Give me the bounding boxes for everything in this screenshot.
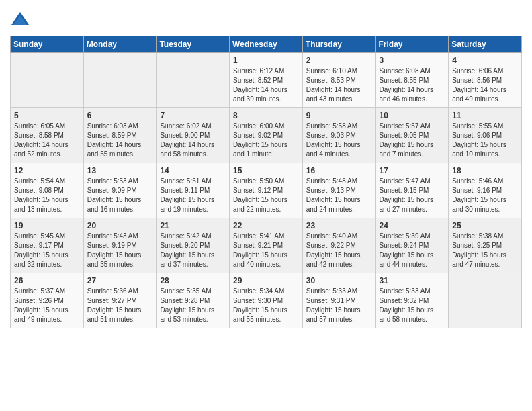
day-number: 28: [160, 276, 226, 285]
day-number: 13: [87, 166, 153, 175]
day-info: Sunrise: 5:50 AM Sunset: 9:12 PM Dayligh…: [233, 177, 299, 214]
day-number: 15: [233, 166, 299, 175]
day-cell: 1Sunrise: 6:12 AM Sunset: 8:52 PM Daylig…: [230, 53, 303, 108]
day-number: 30: [306, 276, 372, 285]
day-info: Sunrise: 5:48 AM Sunset: 9:13 PM Dayligh…: [306, 177, 372, 214]
day-info: Sunrise: 5:37 AM Sunset: 9:26 PM Dayligh…: [14, 287, 80, 324]
day-number: 19: [14, 221, 80, 230]
day-info: Sunrise: 5:54 AM Sunset: 9:08 PM Dayligh…: [14, 177, 80, 214]
day-cell: 14Sunrise: 5:51 AM Sunset: 9:11 PM Dayli…: [157, 163, 230, 218]
day-cell: 3Sunrise: 6:08 AM Sunset: 8:55 PM Daylig…: [375, 53, 449, 108]
day-header-sunday: Sunday: [11, 36, 84, 53]
day-info: Sunrise: 6:06 AM Sunset: 8:56 PM Dayligh…: [452, 66, 518, 104]
day-number: 12: [14, 166, 80, 175]
day-number: 18: [452, 166, 518, 175]
day-header-saturday: Saturday: [449, 36, 522, 53]
day-cell: [11, 53, 84, 108]
day-cell: 28Sunrise: 5:35 AM Sunset: 9:28 PM Dayli…: [157, 273, 230, 328]
day-number: 16: [306, 166, 372, 175]
day-number: 23: [306, 221, 372, 230]
day-info: Sunrise: 6:12 AM Sunset: 8:52 PM Dayligh…: [233, 66, 299, 104]
day-cell: 10Sunrise: 5:57 AM Sunset: 9:05 PM Dayli…: [375, 108, 449, 163]
day-number: 8: [233, 111, 299, 120]
day-cell: 22Sunrise: 5:41 AM Sunset: 9:21 PM Dayli…: [230, 218, 303, 273]
day-number: 29: [233, 276, 299, 285]
week-row-2: 5Sunrise: 6:05 AM Sunset: 8:58 PM Daylig…: [11, 108, 522, 163]
day-number: 9: [306, 111, 372, 120]
day-cell: 9Sunrise: 5:58 AM Sunset: 9:03 PM Daylig…: [302, 108, 375, 163]
day-info: Sunrise: 5:40 AM Sunset: 9:22 PM Dayligh…: [306, 232, 372, 269]
day-info: Sunrise: 6:02 AM Sunset: 9:00 PM Dayligh…: [160, 122, 226, 159]
day-info: Sunrise: 5:33 AM Sunset: 9:32 PM Dayligh…: [380, 287, 445, 324]
day-header-friday: Friday: [375, 36, 449, 53]
day-cell: 30Sunrise: 5:33 AM Sunset: 9:31 PM Dayli…: [302, 273, 375, 328]
day-header-wednesday: Wednesday: [230, 36, 303, 53]
day-cell: 7Sunrise: 6:02 AM Sunset: 9:00 PM Daylig…: [157, 108, 230, 163]
day-number: 10: [380, 111, 445, 120]
week-row-4: 19Sunrise: 5:45 AM Sunset: 9:17 PM Dayli…: [11, 218, 522, 273]
day-number: 20: [87, 221, 153, 230]
day-header-monday: Monday: [83, 36, 157, 53]
day-cell: 5Sunrise: 6:05 AM Sunset: 8:58 PM Daylig…: [11, 108, 84, 163]
day-cell: 27Sunrise: 5:36 AM Sunset: 9:27 PM Dayli…: [83, 273, 157, 328]
day-cell: 4Sunrise: 6:06 AM Sunset: 8:56 PM Daylig…: [449, 53, 522, 108]
day-info: Sunrise: 6:05 AM Sunset: 8:58 PM Dayligh…: [14, 122, 80, 159]
day-cell: 23Sunrise: 5:40 AM Sunset: 9:22 PM Dayli…: [302, 218, 375, 273]
day-cell: [157, 53, 230, 108]
week-row-5: 26Sunrise: 5:37 AM Sunset: 9:26 PM Dayli…: [11, 273, 522, 328]
page: SundayMondayTuesdayWednesdayThursdayFrid…: [0, 0, 532, 338]
day-cell: 12Sunrise: 5:54 AM Sunset: 9:08 PM Dayli…: [11, 163, 84, 218]
day-cell: [83, 53, 157, 108]
day-cell: 13Sunrise: 5:53 AM Sunset: 9:09 PM Dayli…: [83, 163, 157, 218]
logo: [10, 10, 33, 30]
day-cell: 31Sunrise: 5:33 AM Sunset: 9:32 PM Dayli…: [375, 273, 449, 328]
day-info: Sunrise: 5:43 AM Sunset: 9:19 PM Dayligh…: [87, 232, 153, 269]
day-number: 11: [452, 111, 518, 120]
day-cell: 8Sunrise: 6:00 AM Sunset: 9:02 PM Daylig…: [230, 108, 303, 163]
day-cell: 25Sunrise: 5:38 AM Sunset: 9:25 PM Dayli…: [449, 218, 522, 273]
day-info: Sunrise: 6:08 AM Sunset: 8:55 PM Dayligh…: [380, 66, 445, 104]
day-number: 31: [380, 276, 445, 285]
day-info: Sunrise: 5:58 AM Sunset: 9:03 PM Dayligh…: [306, 122, 372, 159]
day-info: Sunrise: 6:03 AM Sunset: 8:59 PM Dayligh…: [87, 122, 153, 159]
day-cell: 29Sunrise: 5:34 AM Sunset: 9:30 PM Dayli…: [230, 273, 303, 328]
day-info: Sunrise: 5:45 AM Sunset: 9:17 PM Dayligh…: [14, 232, 80, 269]
day-info: Sunrise: 5:34 AM Sunset: 9:30 PM Dayligh…: [233, 287, 299, 324]
day-cell: 24Sunrise: 5:39 AM Sunset: 9:24 PM Dayli…: [375, 218, 449, 273]
day-info: Sunrise: 5:42 AM Sunset: 9:20 PM Dayligh…: [160, 232, 226, 269]
day-cell: 6Sunrise: 6:03 AM Sunset: 8:59 PM Daylig…: [83, 108, 157, 163]
day-number: 4: [452, 56, 518, 65]
day-info: Sunrise: 5:33 AM Sunset: 9:31 PM Dayligh…: [306, 287, 372, 324]
day-info: Sunrise: 5:36 AM Sunset: 9:27 PM Dayligh…: [87, 287, 153, 324]
day-cell: 2Sunrise: 6:10 AM Sunset: 8:53 PM Daylig…: [302, 53, 375, 108]
day-info: Sunrise: 5:38 AM Sunset: 9:25 PM Dayligh…: [452, 232, 518, 269]
day-cell: 17Sunrise: 5:47 AM Sunset: 9:15 PM Dayli…: [375, 163, 449, 218]
day-info: Sunrise: 5:47 AM Sunset: 9:15 PM Dayligh…: [380, 177, 445, 214]
day-cell: [449, 273, 522, 328]
day-info: Sunrise: 5:39 AM Sunset: 9:24 PM Dayligh…: [380, 232, 445, 269]
day-number: 21: [160, 221, 226, 230]
day-cell: 18Sunrise: 5:46 AM Sunset: 9:16 PM Dayli…: [449, 163, 522, 218]
day-cell: 21Sunrise: 5:42 AM Sunset: 9:20 PM Dayli…: [157, 218, 230, 273]
day-number: 2: [306, 56, 372, 65]
day-cell: 16Sunrise: 5:48 AM Sunset: 9:13 PM Dayli…: [302, 163, 375, 218]
day-number: 24: [380, 221, 445, 230]
day-number: 22: [233, 221, 299, 230]
day-number: 3: [380, 56, 445, 65]
calendar-table: SundayMondayTuesdayWednesdayThursdayFrid…: [10, 36, 522, 328]
day-info: Sunrise: 5:55 AM Sunset: 9:06 PM Dayligh…: [452, 122, 518, 159]
day-number: 25: [452, 221, 518, 230]
day-number: 17: [380, 166, 445, 175]
header: [10, 7, 522, 30]
day-number: 5: [14, 111, 80, 120]
day-info: Sunrise: 5:35 AM Sunset: 9:28 PM Dayligh…: [160, 287, 226, 324]
day-info: Sunrise: 5:41 AM Sunset: 9:21 PM Dayligh…: [233, 232, 299, 269]
day-number: 26: [14, 276, 80, 285]
day-cell: 15Sunrise: 5:50 AM Sunset: 9:12 PM Dayli…: [230, 163, 303, 218]
day-info: Sunrise: 6:10 AM Sunset: 8:53 PM Dayligh…: [306, 66, 372, 104]
header-row: SundayMondayTuesdayWednesdayThursdayFrid…: [11, 36, 522, 53]
day-info: Sunrise: 5:51 AM Sunset: 9:11 PM Dayligh…: [160, 177, 226, 214]
day-number: 6: [87, 111, 153, 120]
day-cell: 11Sunrise: 5:55 AM Sunset: 9:06 PM Dayli…: [449, 108, 522, 163]
day-number: 1: [233, 56, 299, 65]
